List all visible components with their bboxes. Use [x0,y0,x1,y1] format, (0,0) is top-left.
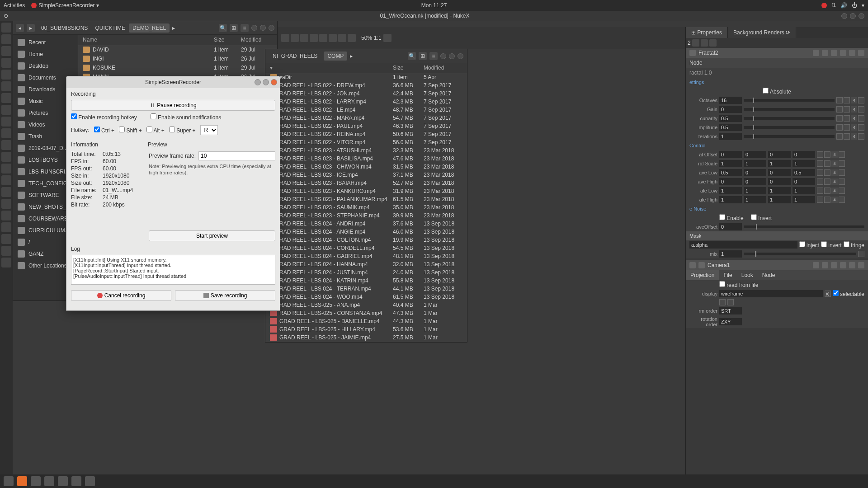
menu-icon[interactable]: ≡ [429,52,438,60]
list-item[interactable]: RAD REEL - LBS 023 - CHIWON.mp431.5 MB23… [265,163,467,171]
list-item[interactable]: RAD REEL - LBS 024 - COLTON.mp419.9 MB13… [265,236,467,244]
list-item[interactable]: RAD REEL - LBS 024 - GABRIEL.mp448.1 MB1… [265,252,467,260]
channel-button[interactable]: 4 [851,133,857,140]
expand-button[interactable] [839,178,845,185]
list-item[interactable]: GRAD REEL - LBS-025 - JAIMIE.mp427.5 MB1… [265,333,467,342]
dock-icon[interactable] [44,476,54,486]
param-input[interactable]: 1 [793,196,815,203]
fm1-column-header[interactable]: Name Size Modified [78,35,277,45]
list-item[interactable]: RAD REEL - LBS 022 - PAUL.mp446.3 MB7 Se… [265,122,467,130]
list-item[interactable]: INGI1 item26 Jul [78,54,277,63]
app-menu[interactable]: SimpleScreenRecorder ▾ [31,2,99,9]
color-button[interactable] [817,188,823,194]
pause-recording-button[interactable]: ⏸ Pause recording [71,100,275,111]
launcher-icon[interactable] [1,46,11,56]
launcher-icon[interactable] [1,258,11,267]
enable-checkbox[interactable]: Enable [719,214,744,221]
param-input[interactable]: 1 [744,160,766,167]
param-input[interactable]: 1 [719,196,742,203]
list-item[interactable]: DAVID1 item29 Jul [78,45,277,54]
read-from-file-checkbox[interactable]: read from file [719,281,758,288]
param-input[interactable]: 0 [744,178,766,185]
aveoffset-input[interactable]: 0 [719,223,742,230]
anim-button[interactable] [844,97,850,103]
ssr-titlebar[interactable]: SimpleScreenRecorder [66,76,280,88]
param-input[interactable]: 0 [719,151,742,158]
node-btn-icon[interactable] [822,262,828,268]
anim-button[interactable] [858,251,864,257]
launcher-icon[interactable] [1,211,11,221]
recording-indicator-icon[interactable] [821,3,827,8]
anim-button[interactable] [824,169,830,176]
launcher-icon[interactable] [1,140,11,150]
node-btn-icon[interactable] [840,50,846,56]
power-icon[interactable]: ⏻ [852,2,857,9]
hotkey-key-select[interactable]: R [200,125,218,135]
expand-button[interactable] [858,97,864,103]
fringe-checkbox[interactable]: fringe [844,241,864,249]
viewer-ratio[interactable]: 1:1 [374,35,382,41]
param-input[interactable]: 16 [719,97,742,104]
expand-button[interactable] [839,188,845,194]
network-icon[interactable]: ⇅ [831,2,836,9]
maximize-icon[interactable] [263,79,269,85]
param-input[interactable]: 0 [768,151,791,158]
channel-button[interactable]: 4 [831,178,838,185]
channel-button[interactable]: 4 [831,188,838,194]
list-item[interactable]: RAD REEL - LBS 022 - MARA.mp454.7 MB7 Se… [265,114,467,122]
param-input[interactable]: 0 [744,151,766,158]
slider[interactable] [744,126,835,129]
param-input[interactable]: 1 [719,187,742,194]
absolute-checkbox[interactable]: Absolute [763,88,791,95]
transform-order-select[interactable]: SRT [719,307,742,314]
viewer-icon[interactable] [383,34,392,42]
list-item[interactable]: GRAD REEL - LBS-025 - JAYATI.mp442.5 MB1… [265,342,467,342]
launcher-icon[interactable] [1,128,11,138]
color-button[interactable] [836,97,843,103]
channel-button[interactable]: 4 [851,106,857,113]
close-icon[interactable] [271,79,277,85]
list-item[interactable]: RAD REEL - LBS 024 - ANGIE.mp446.0 MB13 … [265,228,467,236]
chevron-right-icon[interactable]: ▸ [350,53,353,59]
dock-icon[interactable] [85,476,95,486]
node-header-camera[interactable]: Camera1 [686,260,868,270]
launcher-icon[interactable] [1,105,11,115]
launcher-icon[interactable] [1,222,11,232]
list-item[interactable]: RAD REEL - LBS 023 - SAUMIK.mp435.0 MB23… [265,203,467,211]
clear-icon[interactable] [701,39,708,47]
list-item[interactable]: RAD REEL - LBS 022 - VITOR.mp456.0 MB7 S… [265,138,467,146]
fm2-column-header[interactable]: ▾ Size Modified [265,63,467,73]
sidebar-place[interactable]: Recent [13,37,78,48]
cancel-recording-button[interactable]: Cancel recording [71,290,171,301]
channel-button[interactable]: 4 [851,97,857,103]
node-btn-icon[interactable] [840,262,846,268]
chevron-right-icon[interactable]: ▸ [172,25,175,31]
launcher-icon[interactable] [1,164,11,174]
minimize-icon[interactable] [255,79,261,85]
slider[interactable] [744,225,864,228]
list-item[interactable]: RAD REEL - LBS 022 - JON.mp442.4 MB7 Sep… [265,89,467,98]
breadcrumb[interactable]: NI_GRAD_REELS [269,52,321,61]
prop-count[interactable]: 2 [688,40,691,46]
list-item[interactable]: RAD REEL - LBS 023 - BASILISA.mp447.6 MB… [265,155,467,163]
param-input[interactable]: 0 [768,178,791,185]
param-input[interactable]: 0 [719,178,742,185]
param-input[interactable]: 1 [768,160,791,167]
param-input[interactable]: 0.5 [793,169,815,176]
launcher-icon[interactable] [1,70,11,80]
param-input[interactable]: 0.5 [719,124,742,131]
channel-button[interactable]: 4 [851,124,857,131]
back-button[interactable]: ◂ [16,24,24,32]
icon[interactable] [727,299,734,305]
search-icon[interactable]: 🔍 [408,52,416,60]
launcher-icon[interactable] [1,199,11,209]
launcher-icon[interactable] [1,81,11,91]
anim-button[interactable] [824,197,830,203]
shift-checkbox[interactable]: Shift + [119,127,142,134]
expand-button[interactable] [858,133,864,140]
clock[interactable]: Mon 11:27 [421,2,447,9]
lock-icon[interactable] [692,39,699,47]
expand-button[interactable] [839,160,845,167]
expand-button[interactable] [858,124,864,131]
list-item[interactable]: RAD REEL - LBS 023 - STEPHANIE.mp439.9 M… [265,211,467,220]
